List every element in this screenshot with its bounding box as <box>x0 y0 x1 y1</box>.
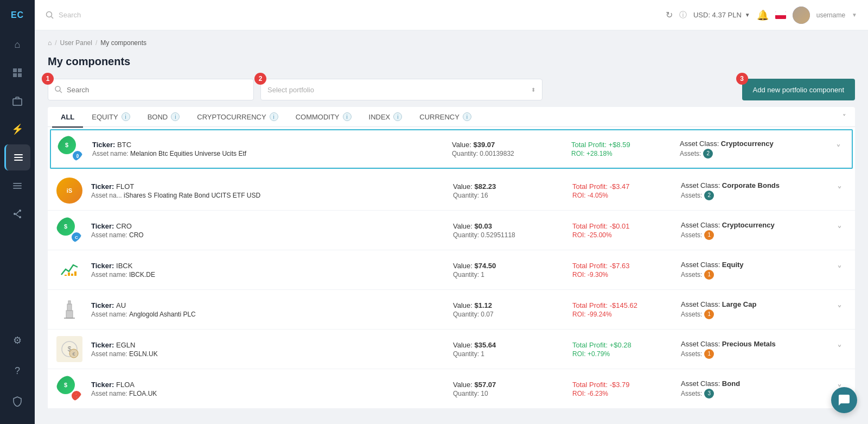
roi-value: -25.00% <box>588 231 612 239</box>
assets-count-label: Assets: 3 <box>681 389 833 398</box>
svg-rect-0 <box>13 68 17 72</box>
profit-value: -$3.47 <box>610 182 630 191</box>
total-profit-label: Total Profit: -$3.47 <box>572 182 681 191</box>
table-row[interactable]: Ticker: AU Asset name: Anglogold Ashanti… <box>48 290 855 330</box>
row-value-area: Value: $57.07 Quantity: 10 <box>453 381 572 397</box>
assets-count-label: Assets: 1 <box>681 270 833 280</box>
search-box[interactable] <box>48 79 254 100</box>
row-value-area: Value: $35.64 Quantity: 1 <box>453 341 572 358</box>
profit-value: -$3.79 <box>610 381 630 389</box>
avatar[interactable] <box>793 7 810 24</box>
roi-label: ROI: -4.05% <box>572 192 681 199</box>
row-ticker-area: Ticker: IBCK Asset name: IBCK.DE <box>91 262 453 279</box>
add-component-button[interactable]: Add new portfolio component <box>742 79 855 100</box>
ticker-value: BTC <box>117 141 131 149</box>
table-row[interactable]: Ticker: IBCK Asset name: IBCK.DE Value: … <box>48 250 855 290</box>
tab-index-label: INDEX <box>369 113 391 121</box>
equity-info-icon: i <box>122 112 130 121</box>
assets-count-label: Assets: 1 <box>681 349 833 359</box>
row-expand-chevron[interactable]: ˅ <box>833 264 846 276</box>
quantity-value: 16 <box>481 192 488 199</box>
row-expand-chevron[interactable]: ˅ <box>833 343 846 355</box>
table-row[interactable]: $ ₿ Ticker: BTC Asset name: Melanion Btc… <box>51 130 852 168</box>
expand-icon[interactable]: ˅ <box>838 109 851 125</box>
row-asset-class-area: Asset Class: Cryptocurrency Assets: 1 <box>681 221 833 240</box>
svg-rect-4 <box>13 99 22 105</box>
currency-chevron: ▼ <box>745 12 750 18</box>
flag-icon <box>775 11 786 19</box>
row-expand-chevron[interactable]: ˅ <box>833 224 846 236</box>
sidebar-item-share[interactable] <box>4 201 30 227</box>
sidebar-item-home[interactable]: ⌂ <box>4 31 30 58</box>
row-profit-area: Total Profit: -$3.79 ROI: -6.23% <box>572 381 681 397</box>
row-expand-chevron[interactable]: ˅ <box>832 143 845 155</box>
sidebar-item-components[interactable] <box>4 144 30 170</box>
filter-tab-index[interactable]: INDEX i <box>360 107 411 128</box>
row-ticker-area: Ticker: AU Asset name: Anglogold Ashanti… <box>91 301 453 318</box>
sidebar-item-help[interactable]: ? <box>4 358 30 384</box>
sidebar-item-settings[interactable]: ⚙ <box>4 327 30 353</box>
add-btn-wrapper: 3 Add new portfolio component <box>742 79 855 100</box>
value-label: Value: $35.64 <box>453 341 572 349</box>
tab-commodity-label: COMMODITY <box>296 113 340 121</box>
assets-count-badge: 1 <box>704 270 714 280</box>
filter-tab-currency[interactable]: CURRENCY i <box>411 107 480 128</box>
row-expand-chevron[interactable]: ˅ <box>833 303 846 315</box>
chat-bubble[interactable] <box>831 387 857 413</box>
asset-class-value: Cryptocurrency <box>721 140 774 148</box>
refresh-icon[interactable]: ↻ <box>666 10 673 20</box>
asset-class-value: Equity <box>722 261 744 269</box>
table-row[interactable]: $ 📍 Ticker: FLOA Asset name: FLOA.UK Val… <box>48 369 855 409</box>
portfolio-select[interactable]: Select portfolio ⬍ <box>260 79 542 100</box>
help-circle-icon[interactable]: ⓘ <box>679 10 687 20</box>
search-input[interactable] <box>67 86 247 94</box>
ticker-label: Ticker: CRO <box>91 222 453 230</box>
svg-rect-7 <box>14 160 23 161</box>
sidebar-item-portfolio[interactable] <box>4 88 30 114</box>
value-amount: $1.12 <box>475 301 493 309</box>
filter-tab-commodity[interactable]: COMMODITY i <box>287 107 360 128</box>
user-chevron: ▼ <box>852 12 857 18</box>
roi-value: -6.23% <box>588 390 608 397</box>
total-profit-label: Total Profit: -$0.01 <box>572 222 681 230</box>
assets-count-badge: 2 <box>704 191 714 200</box>
tab-all-label: ALL <box>61 113 74 121</box>
total-profit-label: Total Profit: -$7.63 <box>572 262 681 270</box>
btc-icon: $ ₿ <box>58 136 84 162</box>
breadcrumb-current: My components <box>100 39 146 47</box>
table-row[interactable]: $ € Ticker: EGLN Asset name: EGLN.UK Val… <box>48 330 855 369</box>
row-expand-chevron[interactable]: ˅ <box>833 185 846 197</box>
value-amount: $39.07 <box>474 141 495 149</box>
filter-tab-all[interactable]: ALL <box>52 107 83 128</box>
svg-rect-6 <box>14 157 23 158</box>
filter-tab-crypto[interactable]: CRYPTOCURRENCY i <box>188 107 286 128</box>
sidebar-item-shield[interactable] <box>4 388 30 414</box>
row-asset-class-area: Asset Class: Corporate Bonds Assets: 2 <box>681 181 833 200</box>
notification-icon[interactable]: 🔔 <box>757 9 769 21</box>
roi-value: -4.05% <box>588 192 608 199</box>
roi-label: ROI: -6.23% <box>572 390 681 397</box>
svg-rect-8 <box>13 183 22 184</box>
filter-tab-bond[interactable]: BOND i <box>139 107 189 128</box>
sidebar-item-menu[interactable] <box>4 173 30 199</box>
asset-class-value: Precious Metals <box>722 340 776 348</box>
row-asset-class-area: Asset Class: Equity Assets: 1 <box>681 261 833 280</box>
table-row[interactable]: iS Ticker: FLOT Asset na... iShares S Fl… <box>48 171 855 211</box>
value-amount: $82.23 <box>475 182 496 191</box>
roi-value: +0.79% <box>588 350 610 358</box>
sidebar-item-lightning[interactable]: ⚡ <box>4 116 30 142</box>
ticker-value: IBCK <box>116 262 132 270</box>
sidebar-item-dashboard[interactable] <box>4 60 30 86</box>
breadcrumb-home-icon[interactable]: ⌂ <box>48 39 52 47</box>
filter-tab-equity[interactable]: EQUITY i <box>83 107 138 128</box>
asset-class-value: Corporate Bonds <box>722 181 780 189</box>
breadcrumb-user-panel[interactable]: User Panel <box>60 39 92 47</box>
asset-name-label: Asset name: CRO <box>91 231 453 239</box>
tab-crypto-label: CRYPTOCURRENCY <box>197 113 266 121</box>
currency-value: USD: 4.37 PLN <box>693 11 742 19</box>
svg-rect-25 <box>67 304 72 311</box>
ibck-chart-icon <box>59 260 80 280</box>
step1-badge-wrapper: 1 <box>42 73 54 85</box>
table-row[interactable]: $ C Ticker: CRO Asset name: CRO Value: $… <box>48 211 855 250</box>
currency-selector[interactable]: USD: 4.37 PLN ▼ <box>693 11 750 19</box>
